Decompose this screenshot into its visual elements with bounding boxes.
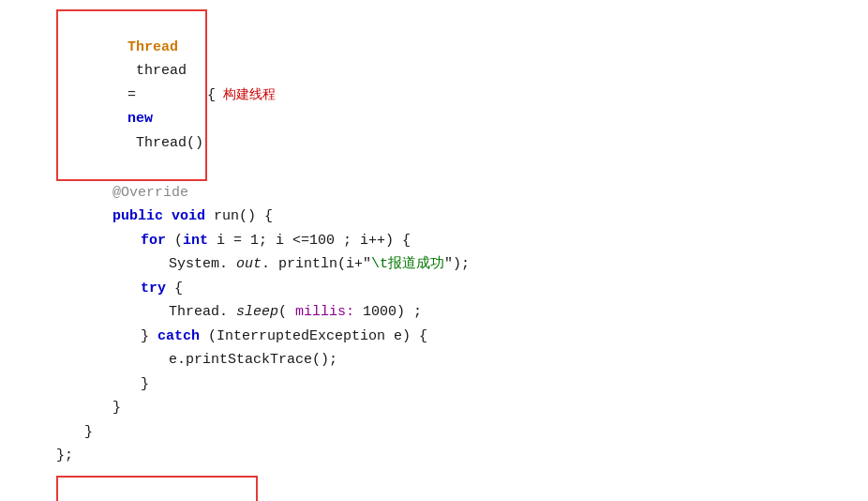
open-brace-after: { xyxy=(207,84,216,108)
string-quote-close: " xyxy=(444,252,453,277)
try-brace: { xyxy=(166,277,183,301)
line-system-out: System. out . println(i+ " \t报道成功 " ); xyxy=(56,252,849,277)
line-run: public void run() { xyxy=(56,205,849,229)
thread-new-code: Thread thread = new Thread() xyxy=(56,9,207,181)
sleep-value: 1000) ; xyxy=(354,300,422,325)
string-escape: \t报道成功 xyxy=(371,252,444,277)
println-close: ); xyxy=(453,252,470,277)
dot-println: . println(i+ xyxy=(262,252,363,277)
line-close-catch: } xyxy=(56,372,849,397)
close-run-brace: } xyxy=(84,420,93,445)
close-for-brace: } xyxy=(112,396,121,420)
out-field: out xyxy=(228,252,262,277)
for-var: i = 1; i <=100 ; i++) { xyxy=(208,229,411,253)
thread-start-code: thread.start(); xyxy=(56,476,258,502)
equals: = xyxy=(127,87,144,103)
close-catch-brace: } xyxy=(141,372,149,397)
run-method: run() { xyxy=(205,205,273,229)
annotation-override: @Override xyxy=(112,181,188,205)
catch-open-brace: } xyxy=(141,325,157,349)
line-try: try { xyxy=(56,277,849,301)
keyword-for: for xyxy=(141,229,166,253)
close-anon-brace: }; xyxy=(56,444,73,468)
sleep-open: ( xyxy=(278,300,295,325)
keyword-catch: catch xyxy=(157,325,200,349)
space1 xyxy=(163,205,172,229)
catch-params: (InterruptedException e) { xyxy=(200,325,427,349)
keyword-thread-type: Thread xyxy=(127,39,178,55)
line-thread-sleep: Thread. sleep ( millis: 1000) ; xyxy=(56,300,849,325)
line-thread-start: thread.start(); 线程启动 xyxy=(56,476,849,502)
thread-class: Thread. xyxy=(169,300,228,325)
keyword-public: public xyxy=(112,205,163,229)
for-params-open: ( xyxy=(166,229,183,253)
millis-param: millis: xyxy=(295,300,354,325)
line-close-anon: }; xyxy=(56,444,849,468)
keyword-void: void xyxy=(172,205,205,229)
keyword-new: new xyxy=(127,111,153,127)
thread-constructor: Thread() xyxy=(127,135,203,151)
system-class: System. xyxy=(169,252,228,277)
comment-construct: 构建线程 xyxy=(223,84,276,106)
line-catch: } catch (InterruptedException e) { xyxy=(56,325,849,349)
line-print-stack: e.printStackTrace(); xyxy=(56,348,849,372)
print-stack-trace: e.printStackTrace(); xyxy=(169,348,337,372)
line-close-run: } xyxy=(56,420,849,445)
string-quote-open: " xyxy=(363,252,371,277)
line-thread-new: Thread thread = new Thread() { 构建线程 xyxy=(56,9,849,181)
var-name: thread xyxy=(127,63,195,79)
line-for: for ( int i = 1; i <=100 ; i++) { xyxy=(56,229,849,253)
keyword-try: try xyxy=(141,277,166,301)
line-close-for: } xyxy=(56,396,849,420)
code-editor: Thread thread = new Thread() { 构建线程 @Ove… xyxy=(0,0,868,501)
sleep-method: sleep xyxy=(228,300,278,325)
line-override: @Override xyxy=(56,181,849,205)
keyword-int: int xyxy=(183,229,208,253)
